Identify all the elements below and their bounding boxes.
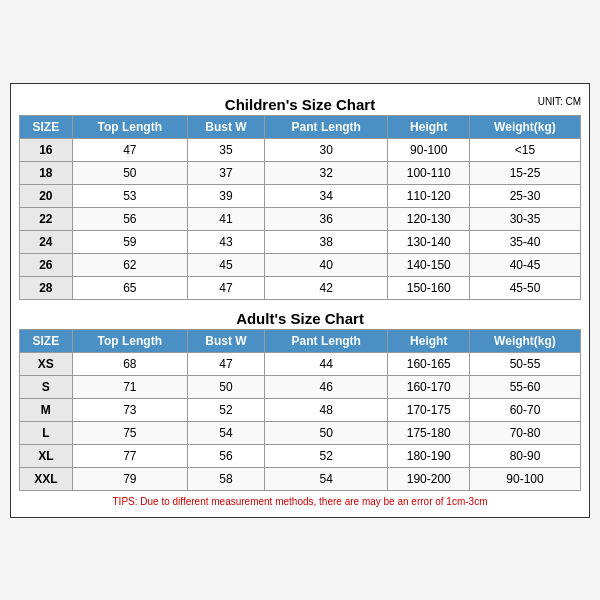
data-cell: 52 (188, 398, 265, 421)
data-cell: 100-110 (388, 161, 470, 184)
data-cell: 62 (72, 253, 187, 276)
data-cell: 52 (264, 444, 388, 467)
children-col-size: SIZE (20, 115, 73, 138)
data-cell: 56 (188, 444, 265, 467)
data-cell: 150-160 (388, 276, 470, 299)
children-unit-label: UNIT: CM (538, 96, 581, 107)
size-cell: 22 (20, 207, 73, 230)
data-cell: 70-80 (469, 421, 580, 444)
children-col-pant: Pant Length (264, 115, 388, 138)
data-cell: 175-180 (388, 421, 470, 444)
data-cell: 30 (264, 138, 388, 161)
adult-section-title: Adult's Size Chart (19, 306, 581, 329)
data-cell: 47 (188, 352, 265, 375)
size-chart-container: Children's Size Chart UNIT: CM SIZE Top … (10, 83, 590, 518)
size-cell: M (20, 398, 73, 421)
data-cell: 45-50 (469, 276, 580, 299)
data-cell: 32 (264, 161, 388, 184)
data-cell: 45 (188, 253, 265, 276)
size-cell: S (20, 375, 73, 398)
data-cell: 60-70 (469, 398, 580, 421)
children-col-weight: Weight(kg) (469, 115, 580, 138)
data-cell: 80-90 (469, 444, 580, 467)
data-cell: 59 (72, 230, 187, 253)
data-cell: 30-35 (469, 207, 580, 230)
children-col-bust: Bust W (188, 115, 265, 138)
data-cell: 180-190 (388, 444, 470, 467)
data-cell: 130-140 (388, 230, 470, 253)
data-cell: 170-175 (388, 398, 470, 421)
data-cell: 90-100 (388, 138, 470, 161)
data-cell: 47 (72, 138, 187, 161)
data-cell: 140-150 (388, 253, 470, 276)
data-cell: 55-60 (469, 375, 580, 398)
size-cell: 18 (20, 161, 73, 184)
table-row: 26624540140-15040-45 (20, 253, 581, 276)
data-cell: 73 (72, 398, 187, 421)
data-cell: 40-45 (469, 253, 580, 276)
data-cell: 46 (264, 375, 388, 398)
data-cell: 110-120 (388, 184, 470, 207)
tips-text: TIPS: Due to different measurement metho… (19, 491, 581, 509)
data-cell: 37 (188, 161, 265, 184)
data-cell: 58 (188, 467, 265, 490)
data-cell: 35 (188, 138, 265, 161)
data-cell: 36 (264, 207, 388, 230)
table-row: S715046160-17055-60 (20, 375, 581, 398)
data-cell: 120-130 (388, 207, 470, 230)
children-table: SIZE Top Length Bust W Pant Length Heigh… (19, 115, 581, 300)
data-cell: 65 (72, 276, 187, 299)
data-cell: <15 (469, 138, 580, 161)
data-cell: 25-30 (469, 184, 580, 207)
table-row: 28654742150-16045-50 (20, 276, 581, 299)
data-cell: 53 (72, 184, 187, 207)
data-cell: 56 (72, 207, 187, 230)
data-cell: 15-25 (469, 161, 580, 184)
size-cell: 28 (20, 276, 73, 299)
data-cell: 39 (188, 184, 265, 207)
data-cell: 35-40 (469, 230, 580, 253)
adult-title-text: Adult's Size Chart (236, 310, 364, 327)
data-cell: 38 (264, 230, 388, 253)
adult-header-row: SIZE Top Length Bust W Pant Length Heigh… (20, 329, 581, 352)
adult-col-size: SIZE (20, 329, 73, 352)
table-row: XL775652180-19080-90 (20, 444, 581, 467)
size-cell: XL (20, 444, 73, 467)
data-cell: 42 (264, 276, 388, 299)
table-row: 22564136120-13030-35 (20, 207, 581, 230)
adult-col-top-length: Top Length (72, 329, 187, 352)
data-cell: 71 (72, 375, 187, 398)
data-cell: 43 (188, 230, 265, 253)
size-cell: 16 (20, 138, 73, 161)
data-cell: 160-170 (388, 375, 470, 398)
data-cell: 34 (264, 184, 388, 207)
adult-col-pant: Pant Length (264, 329, 388, 352)
data-cell: 48 (264, 398, 388, 421)
data-cell: 50 (264, 421, 388, 444)
data-cell: 40 (264, 253, 388, 276)
children-col-top-length: Top Length (72, 115, 187, 138)
data-cell: 75 (72, 421, 187, 444)
size-cell: 24 (20, 230, 73, 253)
adult-col-height: Height (388, 329, 470, 352)
children-title-text: Children's Size Chart (225, 96, 375, 113)
table-row: 20533934110-12025-30 (20, 184, 581, 207)
table-row: 1647353090-100<15 (20, 138, 581, 161)
table-row: L755450175-18070-80 (20, 421, 581, 444)
children-section-title: Children's Size Chart UNIT: CM (19, 92, 581, 115)
data-cell: 50 (72, 161, 187, 184)
size-cell: XS (20, 352, 73, 375)
data-cell: 79 (72, 467, 187, 490)
data-cell: 47 (188, 276, 265, 299)
size-cell: 26 (20, 253, 73, 276)
data-cell: 68 (72, 352, 187, 375)
data-cell: 54 (264, 467, 388, 490)
data-cell: 54 (188, 421, 265, 444)
data-cell: 90-100 (469, 467, 580, 490)
table-row: 24594338130-14035-40 (20, 230, 581, 253)
table-row: XS684744160-16550-55 (20, 352, 581, 375)
size-cell: 20 (20, 184, 73, 207)
adult-col-weight: Weight(kg) (469, 329, 580, 352)
data-cell: 190-200 (388, 467, 470, 490)
adult-col-bust: Bust W (188, 329, 265, 352)
